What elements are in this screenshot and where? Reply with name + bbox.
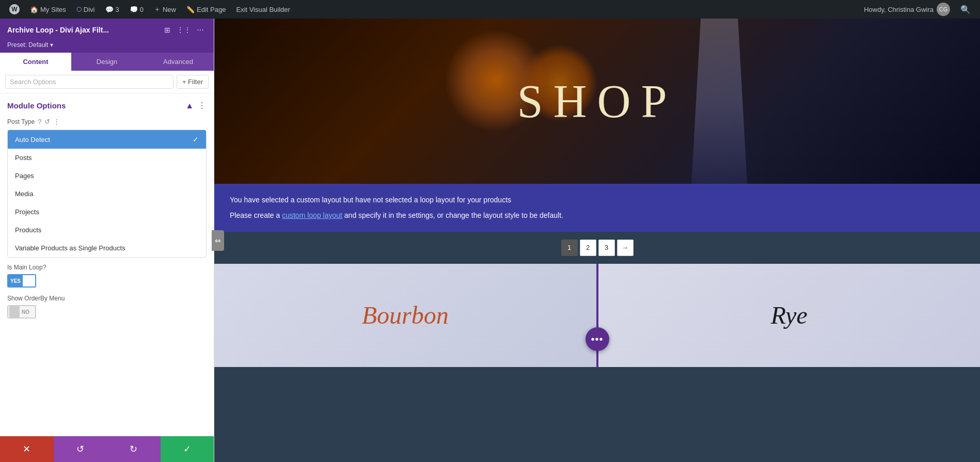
main-layout: Archive Loop - Divi Ajax Filt... ⊞ ⋮⋮ ⋯ … xyxy=(0,19,980,462)
toggle-yes-label: YES xyxy=(8,275,23,286)
comments-item[interactable]: 💬 3 xyxy=(101,0,123,19)
pencil-icon: ✏️ xyxy=(186,6,195,13)
undo-button[interactable]: ↺ xyxy=(54,436,107,462)
tab-design-label: Design xyxy=(97,58,117,66)
dropdown-item-auto-detect-label: Auto Detect xyxy=(15,136,50,144)
post-type-reset-icon[interactable]: ↺ xyxy=(44,118,50,125)
notice-text-content: You have selected a custom layout but ha… xyxy=(230,196,511,204)
dropdown-item-products[interactable]: Products xyxy=(8,221,206,239)
panel-grid-icon[interactable]: ⊞ xyxy=(161,24,173,36)
bubble-icon: 💭 xyxy=(130,6,138,13)
panel-toggle-arrow[interactable]: ⇔ xyxy=(212,230,224,251)
page-btn-3[interactable]: 3 xyxy=(598,240,615,256)
exit-builder-label: Exit Visual Builder xyxy=(236,6,290,13)
panel-header: Archive Loop - Divi Ajax Filt... ⊞ ⋮⋮ ⋯ xyxy=(0,19,214,41)
is-main-loop-toggle[interactable]: YES xyxy=(7,274,36,288)
my-sites-item[interactable]: 🏠 My Sites xyxy=(26,0,70,19)
show-orderby-label: Show OrderBy Menu xyxy=(7,295,207,302)
panel-more-icon[interactable]: ⋯ xyxy=(194,24,207,36)
undo-icon: ↺ xyxy=(76,443,84,455)
toggle-thumb-no xyxy=(9,306,20,317)
notice-subtext: Please create a xyxy=(230,211,280,219)
post-type-more-icon[interactable]: ⋮ xyxy=(53,118,60,125)
show-orderby-toggle-container: NO xyxy=(7,305,207,318)
module-options-section-header: Module Options ▲ ⋮ xyxy=(7,101,207,110)
post-type-field: Post Type ? ↺ ⋮ Auto Detect ✓ Posts Page… xyxy=(7,118,207,258)
filter-button[interactable]: + Filter xyxy=(177,75,209,89)
pagination: 1 2 3 → xyxy=(214,232,980,264)
dropdown-item-variable-products[interactable]: Variable Products as Single Products xyxy=(8,239,206,257)
admin-bar: W 🏠 My Sites ⬡ Divi 💬 3 💭 0 ＋ New ✏️ Edi… xyxy=(0,0,980,19)
panel-columns-icon[interactable]: ⋮⋮ xyxy=(178,24,190,36)
section-collapse-icon[interactable]: ▲ xyxy=(185,101,194,110)
section-controls: ▲ ⋮ xyxy=(185,101,207,110)
bubble-item[interactable]: 💭 0 xyxy=(125,0,148,19)
save-button[interactable]: ✓ xyxy=(161,436,214,462)
post-type-help-icon[interactable]: ? xyxy=(38,118,41,125)
preset-bar: Preset: Default ▾ xyxy=(0,41,214,53)
notice-text-line2: Please create a custom loop layout and s… xyxy=(230,210,965,221)
dropdown-item-projects[interactable]: Projects xyxy=(8,203,206,221)
wp-logo: W xyxy=(9,4,20,14)
plus-icon: ＋ xyxy=(154,5,161,14)
show-orderby-toggle[interactable]: NO xyxy=(7,305,36,318)
is-main-loop-label: Is Main Loop? xyxy=(7,264,207,271)
shop-title: SHOP xyxy=(517,75,677,128)
panel-header-icons: ⊞ ⋮⋮ ⋯ xyxy=(161,24,207,36)
glass-decoration xyxy=(688,19,750,184)
dropdown-item-media-label: Media xyxy=(15,190,33,198)
notice-text-line1: You have selected a custom layout but ha… xyxy=(230,194,965,205)
new-item[interactable]: ＋ New xyxy=(150,0,180,19)
toggle-no-label: NO xyxy=(20,306,31,317)
edit-page-item[interactable]: ✏️ Edit Page xyxy=(182,0,230,19)
divi-icon: ⬡ xyxy=(76,6,82,13)
dropdown-item-pages[interactable]: Pages xyxy=(8,167,206,185)
preview-area: SHOP You have selected a custom layout b… xyxy=(214,19,980,462)
tab-advanced[interactable]: Advanced xyxy=(143,53,214,71)
exit-builder-item[interactable]: Exit Visual Builder xyxy=(232,0,294,19)
dropdown-item-media[interactable]: Media xyxy=(8,185,206,203)
dropdown-item-products-label: Products xyxy=(15,226,41,234)
divi-item[interactable]: ⬡ Divi xyxy=(72,0,99,19)
admin-bar-left: W 🏠 My Sites ⬡ Divi 💬 3 💭 0 ＋ New ✏️ Edi… xyxy=(5,0,860,19)
tab-content-label: Content xyxy=(23,58,48,66)
product-bourbon-name: Bourbon xyxy=(362,301,449,329)
tab-design[interactable]: Design xyxy=(71,53,143,71)
search-options-input[interactable] xyxy=(5,75,173,89)
redo-button[interactable]: ↻ xyxy=(107,436,161,462)
preset-label[interactable]: Preset: Default xyxy=(7,41,48,49)
page-btn-next[interactable]: → xyxy=(617,240,634,256)
dropdown-item-projects-label: Projects xyxy=(15,208,39,216)
comment-icon: 💬 xyxy=(105,6,114,13)
post-type-dropdown: Auto Detect ✓ Posts Pages Media Projects xyxy=(7,130,207,258)
cancel-button[interactable]: ✕ xyxy=(0,436,54,462)
dropdown-item-posts-label: Posts xyxy=(15,154,32,162)
post-type-label-row: Post Type ? ↺ ⋮ xyxy=(7,118,207,125)
dropdown-item-auto-detect[interactable]: Auto Detect ✓ xyxy=(8,130,206,149)
check-icon: ✓ xyxy=(193,135,199,144)
tab-advanced-label: Advanced xyxy=(163,58,193,66)
howdy-greeting: Howdy, Christina Gwira CG xyxy=(860,3,954,16)
wp-logo-item[interactable]: W xyxy=(5,0,24,19)
fab-icon: ••• xyxy=(591,333,603,345)
tab-content[interactable]: Content xyxy=(0,53,71,71)
dropdown-item-variable-products-label: Variable Products as Single Products xyxy=(15,244,125,252)
product-thumb-bourbon[interactable]: Bourbon xyxy=(214,264,596,367)
house-icon: 🏠 xyxy=(30,6,38,13)
page-btn-2[interactable]: 2 xyxy=(580,240,596,256)
custom-loop-layout-link[interactable]: custom loop layout xyxy=(282,211,342,219)
product-rye-name: Rye xyxy=(771,301,808,329)
product-thumb-rye[interactable]: Rye xyxy=(596,264,981,367)
redo-icon: ↻ xyxy=(130,443,137,455)
fab-button[interactable]: ••• xyxy=(586,327,609,351)
notice-banner: You have selected a custom layout but ha… xyxy=(214,184,980,232)
save-icon: ✓ xyxy=(183,443,191,455)
dropdown-item-posts[interactable]: Posts xyxy=(8,149,206,167)
section-more-icon[interactable]: ⋮ xyxy=(198,101,207,110)
toggle-thumb-yes xyxy=(24,275,34,286)
page-btn-1[interactable]: 1 xyxy=(561,240,578,256)
admin-search-icon[interactable]: 🔍 xyxy=(956,5,975,14)
divi-label: Divi xyxy=(84,6,95,13)
product-row: Bourbon Rye xyxy=(214,264,980,367)
dropdown-item-pages-label: Pages xyxy=(15,172,34,180)
